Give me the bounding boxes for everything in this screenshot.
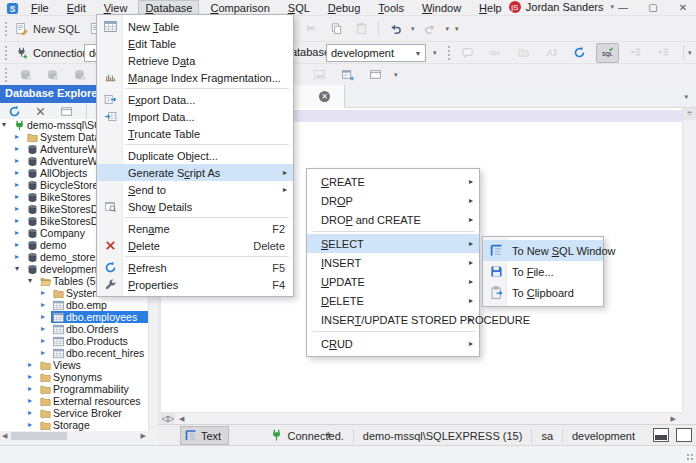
menu-item-refresh[interactable]: RefreshF5 bbox=[97, 259, 293, 276]
chevron-right-icon[interactable]: ▸ bbox=[15, 239, 19, 251]
chevron-right-icon[interactable]: ▸ bbox=[15, 143, 19, 155]
tree-item-programmability[interactable]: ▸Programmability bbox=[0, 383, 148, 395]
editor-vertical-scrollbar[interactable]: ÷ ▲ bbox=[682, 108, 696, 412]
menu-item-update[interactable]: UPDATE▸ bbox=[307, 272, 479, 291]
chevron-right-icon[interactable]: ▸ bbox=[41, 323, 45, 335]
tab-close-icon[interactable]: ✕ bbox=[319, 91, 330, 102]
menu-item-drop-and-create[interactable]: DROP and CREATE▸ bbox=[307, 210, 479, 229]
chevron-right-icon[interactable]: ▸ bbox=[15, 167, 19, 179]
menu-item-insert[interactable]: INSERT▸ bbox=[307, 253, 479, 272]
menubar-item-window[interactable]: Window bbox=[415, 0, 468, 15]
toolbar-overflow-caret-icon[interactable]: ▾ bbox=[686, 49, 694, 57]
menu-item-delete[interactable]: DeleteDelete bbox=[97, 237, 293, 254]
resize-grip[interactable] bbox=[686, 453, 695, 462]
explorer-window-button[interactable] bbox=[57, 101, 76, 121]
menu-item-drop[interactable]: DROP▸ bbox=[307, 191, 479, 210]
chevron-right-icon[interactable]: ▸ bbox=[15, 179, 19, 191]
menu-item-generate-script-as[interactable]: Generate Script As▸ bbox=[97, 164, 293, 181]
tabstrip-overflow-caret-icon[interactable]: ▾ bbox=[684, 93, 688, 101]
menu-item-edit-table[interactable]: Edit Table bbox=[97, 35, 293, 52]
tree-item-service-broker[interactable]: ▸Service Broker bbox=[0, 407, 148, 419]
toolbar-grip[interactable] bbox=[447, 45, 451, 60]
close-button[interactable]: ✕ bbox=[672, 1, 694, 14]
tree-item-dbo-recent-hires[interactable]: ▸dbo.recent_hires bbox=[0, 347, 148, 359]
chevron-right-icon[interactable]: ▸ bbox=[28, 419, 32, 431]
maximize-button[interactable]: ▢ bbox=[642, 1, 664, 14]
copy-button[interactable] bbox=[325, 19, 348, 39]
menu-item-import-data-[interactable]: Import Data... bbox=[97, 108, 293, 125]
layout-single-button[interactable] bbox=[676, 428, 692, 442]
chevron-down-icon[interactable]: ▾ bbox=[28, 275, 32, 287]
new-object-button[interactable]: ✶ bbox=[336, 65, 359, 85]
scroll-right-icon[interactable]: ▶ bbox=[671, 415, 676, 423]
menu-item-retrieve-data[interactable]: Retrieve Data bbox=[97, 52, 293, 69]
text-view-tab[interactable]: Text bbox=[180, 426, 229, 445]
toolbar-grip[interactable] bbox=[4, 67, 8, 82]
menubar-item-tools[interactable]: Tools bbox=[371, 0, 411, 15]
chevron-right-icon[interactable]: ▸ bbox=[15, 215, 19, 227]
menu-item-delete[interactable]: DELETE▸ bbox=[307, 291, 479, 310]
menubar-item-help[interactable]: Help bbox=[472, 0, 509, 15]
chevron-right-icon[interactable]: ▸ bbox=[28, 371, 32, 383]
dropdown-caret-icon[interactable]: ▾ bbox=[444, 25, 452, 33]
scroll-left-icon[interactable]: ◀ bbox=[179, 415, 184, 423]
menu-item-duplicate-object-[interactable]: Duplicate Object... bbox=[97, 147, 293, 164]
menu-item-crud[interactable]: CRUD▸ bbox=[307, 334, 479, 353]
chevron-right-icon[interactable]: ▸ bbox=[41, 311, 45, 323]
explorer-close-button[interactable] bbox=[31, 101, 50, 121]
chevron-right-icon[interactable]: ▸ bbox=[15, 155, 19, 167]
tree-item-dbo-employees[interactable]: ▸dbo.employees bbox=[0, 311, 148, 323]
chevron-right-icon[interactable]: ▸ bbox=[15, 131, 19, 143]
menu-item-properties[interactable]: PropertiesF4 bbox=[97, 276, 293, 293]
tree-item-dbo-emp[interactable]: ▸dbo.emp bbox=[0, 299, 148, 311]
chevron-right-icon[interactable]: ▸ bbox=[15, 203, 19, 215]
editor-horizontal-scrollbar[interactable]: ◁▷ ◀ ▶ bbox=[161, 412, 682, 424]
explorer-refresh-button[interactable] bbox=[5, 101, 24, 121]
tree-item-synonyms[interactable]: ▸Synonyms bbox=[0, 371, 148, 383]
database-combo[interactable]: development▼ bbox=[326, 44, 426, 62]
tree-horizontal-scrollbar[interactable]: ◀ ▶ bbox=[0, 431, 158, 441]
menu-item-to-file-[interactable]: To File... bbox=[483, 261, 603, 282]
menu-item-manage-index-fragmentation-[interactable]: Manage Index Fragmentation... bbox=[97, 69, 293, 86]
layout-split-button[interactable] bbox=[653, 428, 669, 442]
chevron-right-icon[interactable]: ▸ bbox=[41, 347, 45, 359]
tree-item-storage[interactable]: ▸Storage bbox=[0, 419, 148, 431]
tree-item-dbo-products[interactable]: ▸dbo.Products bbox=[0, 335, 148, 347]
chevron-right-icon[interactable]: ▸ bbox=[41, 299, 45, 311]
menubar-item-database[interactable]: Database bbox=[138, 0, 199, 15]
dropdown-caret-icon[interactable]: ▾ bbox=[453, 25, 461, 33]
dropdown-caret-icon[interactable]: ▾ bbox=[392, 71, 400, 79]
chevron-right-icon[interactable]: ▸ bbox=[15, 251, 19, 263]
window-view-button[interactable] bbox=[364, 65, 387, 85]
chevron-down-icon[interactable]: ▾ bbox=[15, 263, 19, 275]
menubar-item-comparison[interactable]: Comparison bbox=[203, 0, 276, 15]
format-sql-button[interactable]: SQL bbox=[596, 43, 619, 63]
chevron-right-icon[interactable]: ▸ bbox=[28, 395, 32, 407]
menu-item-new-table[interactable]: New Table bbox=[97, 18, 293, 35]
menu-item-to-new-sql-window[interactable]: To New SQL Window bbox=[483, 240, 603, 261]
menu-item-select[interactable]: SELECT▸ bbox=[307, 234, 479, 253]
chevron-down-icon[interactable]: ▾ bbox=[2, 119, 6, 131]
tree-item-dbo-orders[interactable]: ▸dbo.Orders bbox=[0, 323, 148, 335]
database-split-caret-icon[interactable]: ▾ bbox=[431, 49, 439, 57]
menu-item-create[interactable]: CREATE▸ bbox=[307, 172, 479, 191]
minimize-button[interactable]: — bbox=[612, 1, 634, 14]
toolbar-grip[interactable] bbox=[4, 21, 8, 36]
menu-item-to-clipboard[interactable]: To Clipboard bbox=[483, 282, 603, 303]
menubar-item-sql[interactable]: SQL bbox=[281, 0, 317, 15]
toolbar-grip[interactable] bbox=[4, 45, 8, 60]
scroll-right-icon[interactable]: ▶ bbox=[141, 432, 146, 440]
chevron-right-icon[interactable]: ▸ bbox=[28, 407, 32, 419]
menubar-item-edit[interactable]: Edit bbox=[60, 0, 93, 15]
menu-item-insert-update-stored-procedure[interactable]: INSERT/UPDATE STORED PROCEDURE▸ bbox=[307, 310, 479, 329]
scroll-left-icon[interactable]: ◀ bbox=[2, 432, 7, 440]
menubar-item-file[interactable]: File bbox=[24, 0, 56, 15]
tree-item-external-resources[interactable]: ▸External resources bbox=[0, 395, 148, 407]
undo-button[interactable] bbox=[384, 19, 407, 39]
scrollbar-splitter-handle[interactable]: ◁▷ bbox=[161, 413, 175, 424]
refresh-button[interactable] bbox=[568, 43, 591, 63]
menu-item-send-to[interactable]: Send to▸ bbox=[97, 181, 293, 198]
user-account[interactable]: jS Jordan Sanders ▾ bbox=[509, 1, 616, 13]
chevron-right-icon[interactable]: ▸ bbox=[28, 383, 32, 395]
menubar-item-debug[interactable]: Debug bbox=[321, 0, 367, 15]
